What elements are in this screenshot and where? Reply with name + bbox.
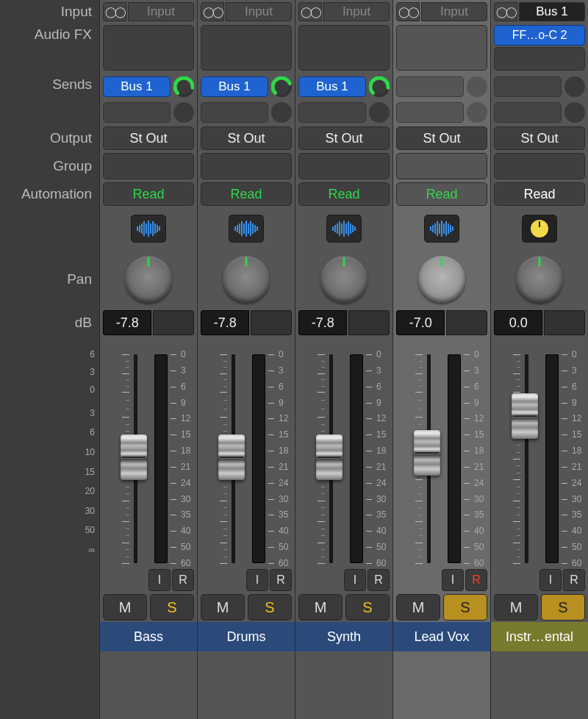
send-bus-button[interactable]: Bus 1 <box>201 76 268 97</box>
mute-button[interactable]: M <box>396 594 440 620</box>
record-enable-button[interactable]: R <box>270 569 292 591</box>
fader-cap[interactable] <box>512 393 538 439</box>
input-slot[interactable]: Input <box>323 2 390 21</box>
channel-mode-button[interactable] <box>229 215 264 243</box>
send-empty-knob[interactable] <box>467 76 487 97</box>
group-slot[interactable] <box>298 153 390 179</box>
track-name[interactable]: Synth <box>295 622 392 651</box>
db-value-field[interactable]: -7.8 <box>201 310 249 335</box>
group-slot[interactable] <box>103 153 194 179</box>
db-value-field[interactable]: 0.0 <box>494 310 542 335</box>
pan-knob[interactable] <box>223 256 270 303</box>
db-value-field[interactable]: -7.0 <box>396 310 445 335</box>
fader-track[interactable] <box>525 354 528 563</box>
send-empty-knob[interactable] <box>369 102 390 123</box>
output-slot[interactable]: St Out <box>494 126 585 150</box>
solo-button[interactable]: S <box>150 594 194 620</box>
peak-level-display[interactable] <box>153 310 194 335</box>
pan-knob[interactable] <box>320 256 368 303</box>
peak-level-display[interactable] <box>544 310 585 335</box>
send-empty-knob[interactable] <box>173 102 194 123</box>
send-level-knob[interactable] <box>369 76 390 97</box>
send-empty-slot[interactable] <box>103 102 171 123</box>
automation-mode-button[interactable]: Read <box>103 182 194 206</box>
mute-button[interactable]: M <box>494 594 538 620</box>
pan-knob[interactable] <box>418 256 465 303</box>
audio-fx-slot[interactable] <box>396 25 487 71</box>
track-name[interactable]: Instr…ental <box>491 622 588 651</box>
input-monitor-button[interactable]: I <box>344 569 366 591</box>
record-enable-button[interactable]: R <box>563 569 585 591</box>
input-format-button[interactable]: ◯◯ <box>201 2 224 21</box>
solo-button[interactable]: S <box>345 594 390 620</box>
solo-button[interactable]: S <box>443 594 487 620</box>
record-enable-button[interactable]: R <box>465 569 487 591</box>
channel-mode-button[interactable] <box>131 215 166 243</box>
mute-button[interactable]: M <box>103 594 147 620</box>
input-format-button[interactable]: ◯◯ <box>298 2 322 21</box>
audio-fx-slot[interactable] <box>298 25 390 71</box>
send-empty-slot[interactable] <box>494 76 562 97</box>
send-level-knob[interactable] <box>173 76 194 97</box>
send-empty-slot[interactable] <box>201 102 268 123</box>
input-slot[interactable]: Bus 1 <box>519 2 585 21</box>
audio-fx-slot[interactable] <box>103 25 194 71</box>
automation-mode-button[interactable]: Read <box>298 182 390 206</box>
send-empty-knob[interactable] <box>467 102 487 123</box>
input-monitor-button[interactable]: I <box>246 569 268 591</box>
mute-button[interactable]: M <box>298 594 343 620</box>
output-slot[interactable]: St Out <box>103 126 194 150</box>
fader-cap[interactable] <box>218 434 245 480</box>
pan-knob[interactable] <box>125 256 172 303</box>
solo-button[interactable]: S <box>541 594 585 620</box>
send-empty-slot[interactable] <box>494 102 562 123</box>
channel-mode-button[interactable] <box>522 215 557 243</box>
mute-button[interactable]: M <box>201 594 245 620</box>
db-value-field[interactable]: -7.8 <box>298 310 347 335</box>
audio-fx-slot[interactable] <box>201 25 292 71</box>
input-slot[interactable]: Input <box>226 2 292 21</box>
group-slot[interactable] <box>494 153 585 179</box>
input-format-button[interactable]: ◯◯ <box>103 2 126 21</box>
fader-cap[interactable] <box>414 430 440 476</box>
send-bus-button[interactable]: Bus 1 <box>298 76 366 97</box>
group-slot[interactable] <box>396 153 487 179</box>
output-slot[interactable]: St Out <box>298 126 390 150</box>
send-empty-knob[interactable] <box>564 102 585 123</box>
send-empty-knob[interactable] <box>564 76 585 97</box>
output-slot[interactable]: St Out <box>201 126 292 150</box>
input-format-button[interactable]: ◯◯ <box>494 2 517 21</box>
input-monitor-button[interactable]: I <box>148 569 171 591</box>
send-level-knob[interactable] <box>271 76 292 97</box>
send-empty-slot[interactable] <box>298 102 366 123</box>
audio-fx-plugin[interactable]: FF…o-C 2 <box>494 25 585 46</box>
automation-mode-button[interactable]: Read <box>201 182 292 206</box>
track-name[interactable]: Drums <box>198 622 295 651</box>
send-empty-slot[interactable] <box>396 102 464 123</box>
input-slot[interactable]: Input <box>421 2 487 21</box>
input-slot[interactable]: Input <box>128 2 194 21</box>
automation-mode-button[interactable]: Read <box>494 182 585 206</box>
solo-button[interactable]: S <box>248 594 292 620</box>
db-value-field[interactable]: -7.8 <box>103 310 151 335</box>
fader-cap[interactable] <box>121 434 147 480</box>
peak-level-display[interactable] <box>251 310 292 335</box>
send-empty-slot[interactable] <box>396 76 464 97</box>
send-bus-button[interactable]: Bus 1 <box>103 76 171 97</box>
send-empty-knob[interactable] <box>271 102 292 123</box>
channel-mode-button[interactable] <box>326 215 362 243</box>
input-format-button[interactable]: ◯◯ <box>396 2 420 21</box>
output-slot[interactable]: St Out <box>396 126 487 150</box>
record-enable-button[interactable]: R <box>172 569 194 591</box>
audio-fx-empty-slot[interactable] <box>494 47 585 71</box>
track-name[interactable]: Bass <box>100 622 197 651</box>
input-monitor-button[interactable]: I <box>442 569 464 591</box>
channel-mode-button[interactable] <box>424 215 459 243</box>
group-slot[interactable] <box>201 153 292 179</box>
track-name[interactable]: Lead Vox <box>393 622 490 651</box>
record-enable-button[interactable]: R <box>368 569 390 591</box>
peak-level-display[interactable] <box>348 310 390 335</box>
fader-cap[interactable] <box>316 434 343 480</box>
automation-mode-button[interactable]: Read <box>396 182 487 206</box>
pan-knob[interactable] <box>516 256 563 303</box>
